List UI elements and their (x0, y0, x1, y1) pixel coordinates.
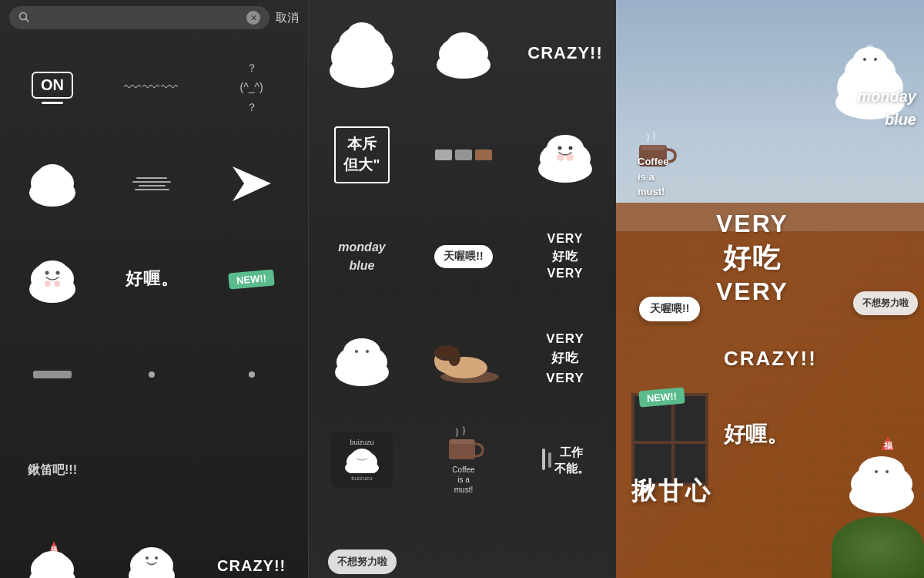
mid-coffee[interactable]: Coffeeis amust! (413, 410, 514, 510)
mid-blob-face-svg (533, 126, 598, 184)
work-cn-text: 工作不能。 (554, 444, 589, 476)
wavy-decoration: 〰〰〰 (124, 78, 179, 98)
face-text: (^_^) (240, 78, 263, 97)
blob-smile2-svg (124, 541, 179, 579)
question-mark: ？ (240, 98, 263, 117)
on-box-sticker: ON (32, 72, 73, 99)
sticker-blob-face[interactable] (6, 233, 99, 325)
mid-blob-small[interactable] (413, 3, 514, 103)
middle-panel: CRAZY!! 本斥但大" (308, 0, 616, 578)
sticker-emoticon[interactable]: ？ (^_^) ？ (206, 42, 298, 134)
mid-monday[interactable]: mondayblue (312, 207, 412, 307)
left-panel: buizuzu ✕ 取消 ON 〰〰〰 ？ (^_^) ？ (0, 0, 308, 578)
mid-work-display: 工作不能。 (542, 444, 589, 476)
sticker-arrow[interactable] (206, 137, 298, 230)
search-input[interactable]: buizuzu (35, 12, 240, 25)
girl-sleeping-svg (427, 334, 500, 384)
svg-point-38 (557, 146, 561, 150)
search-input-wrapper[interactable]: buizuzu ✕ (9, 6, 270, 29)
svg-point-46 (366, 350, 369, 353)
svg-line-1 (26, 18, 29, 22)
dot-shape-1 (149, 371, 155, 378)
arrow-svg (229, 163, 275, 205)
mid-coffee-display: Coffeeis amust! (443, 425, 485, 495)
crazy-text: CRAZY!! (217, 557, 286, 575)
speed-lines (132, 177, 171, 190)
mid-bubble2[interactable]: 不想努力啦 (312, 512, 412, 578)
mid-blob-top[interactable] (312, 3, 412, 103)
sticker-crazy[interactable]: CRAZY!! (206, 519, 298, 578)
mid-tianxi[interactable]: 天喔喂!! (413, 207, 514, 307)
svg-point-11 (45, 281, 51, 287)
sticker-hao-xing[interactable]: 好喱。 (105, 233, 198, 325)
mid-card: buizuzu buizuzu (331, 432, 393, 488)
svg-point-41 (566, 153, 574, 161)
mid-crazy[interactable]: CRAZY!! (515, 3, 615, 103)
mid-very2-text: VERY好吃VERY (546, 329, 584, 388)
middle-sticker-grid: CRAZY!! 本斥但大" (309, 0, 616, 578)
background-photo: Coffeeis amust! mondayblue 5x' 6x' VERY好… (616, 0, 924, 578)
svg-point-21 (146, 556, 149, 560)
sticker-blob-plain[interactable] (6, 137, 99, 230)
svg-point-20 (136, 547, 167, 569)
mid-blob-small-svg (433, 26, 494, 80)
sticker-dot2[interactable] (206, 328, 298, 421)
svg-point-31 (348, 22, 376, 42)
svg-point-37 (547, 135, 584, 161)
right-panel: Coffeeis amust! mondayblue 5x' 6x' VERY好… (616, 0, 924, 578)
svg-point-8 (37, 260, 68, 282)
svg-point-12 (54, 281, 60, 287)
mid-empty2 (515, 512, 615, 578)
sticker-bendiao[interactable]: 鍬笛吧!!! (6, 424, 99, 516)
mid-very[interactable]: VERY好吃VERY (515, 207, 615, 307)
mid-empty1 (413, 512, 514, 578)
blob-face-svg (25, 254, 80, 304)
mid-work[interactable]: 工作不能。 (515, 410, 615, 510)
svg-point-17 (37, 551, 68, 573)
svg-point-4 (37, 164, 68, 187)
search-icon (18, 12, 29, 25)
bar-shape (33, 371, 72, 378)
left-sticker-grid: ON 〰〰〰 ？ (^_^) ？ (0, 35, 308, 578)
svg-point-44 (343, 338, 380, 365)
svg-point-9 (45, 271, 49, 274)
mid-girl-sleeping[interactable] (413, 308, 514, 408)
mid-very2[interactable]: VERY好吃VERY (515, 308, 615, 408)
sticker-blob-smile2[interactable] (105, 519, 198, 578)
search-bar: buizuzu ✕ 取消 (0, 0, 308, 35)
mid-tianxi-bubble: 天喔喂!! (434, 245, 492, 268)
mid-very-text: VERY好吃VERY (547, 230, 584, 282)
clear-button[interactable]: ✕ (246, 11, 260, 25)
mid-monday-text: mondayblue (338, 238, 385, 275)
mid-cn-box-text: 本斥但大" (334, 126, 389, 183)
svg-marker-5 (233, 166, 271, 201)
mid-blob-plain[interactable] (312, 308, 412, 408)
mid-bubble2-display: 不想努力啦 (328, 549, 397, 574)
sticker-dot1[interactable] (105, 328, 198, 421)
svg-point-34 (447, 32, 480, 57)
svg-point-45 (355, 350, 358, 353)
mid-cn-box[interactable]: 本斥但大" (312, 105, 412, 205)
sticker-on[interactable]: ON (6, 42, 99, 134)
sticker-new-badge[interactable]: NEW!! (206, 233, 298, 325)
svg-point-10 (56, 271, 60, 274)
bendiao-text: 鍬笛吧!!! (28, 462, 77, 479)
sticker-blob-hat[interactable]: 福 (6, 519, 99, 578)
hao-xing-text: 好喱。 (126, 267, 179, 291)
svg-point-40 (557, 153, 564, 161)
blob-hat-svg: 福 (25, 537, 80, 579)
emoticon-text: ？ (240, 59, 263, 78)
mid-blob-svg (323, 18, 400, 88)
sticker-bar[interactable] (6, 328, 99, 421)
mid-crazy-text: CRAZY!! (527, 43, 602, 63)
svg-point-39 (568, 146, 572, 150)
mid-food[interactable] (413, 105, 514, 205)
svg-point-22 (155, 556, 158, 560)
mid-food-icons (435, 150, 492, 160)
mid-buizuzu-card[interactable]: buizuzu buizuzu (312, 410, 412, 510)
mid-blob-face[interactable] (515, 105, 615, 205)
cancel-button[interactable]: 取消 (276, 11, 299, 25)
sticker-speed[interactable] (105, 137, 198, 230)
sticker-wavy[interactable]: 〰〰〰 (105, 42, 198, 134)
svg-point-51 (448, 348, 460, 366)
